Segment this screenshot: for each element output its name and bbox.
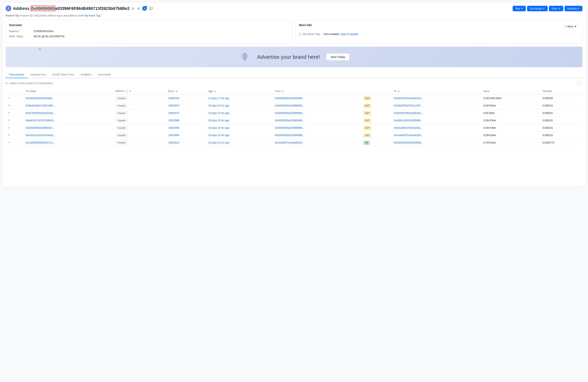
eye-icon[interactable]: 👁 [8, 126, 10, 129]
row-hash-cell: 0xc1690690369b332711... [23, 139, 113, 146]
row-age-cell: 17 days 17 hrs ago [206, 95, 273, 102]
block-link[interactable]: 15824015 [168, 112, 179, 115]
txn-hash-link[interactable]: 0xf205e55bfa5af8566d7... [25, 126, 54, 129]
row-age-cell: 19 days 22 hrs ago [206, 109, 273, 117]
address-label: Address 0x00000000a03396F6F864B496713f26… [13, 6, 129, 11]
txn-hash-link[interactable]: 0xbc5011ac2d31824adf1... [25, 134, 55, 137]
to-address-link[interactable]: 0xd0250353fc8ac86cb41... [394, 112, 423, 115]
row-direction-cell: IN [362, 139, 392, 146]
row-from-cell: 0x00000000a03396f6f86... [273, 109, 361, 117]
heart-icon: ♥ [566, 25, 567, 28]
row-value-cell: 0.05 Ether [481, 109, 541, 117]
from-address-link[interactable]: 0x00000000a03396f6f86... [275, 112, 304, 115]
from-address-link[interactable]: 0x00000000a03396f6f86... [275, 134, 304, 137]
col-eye [5, 88, 23, 95]
b-badge[interactable]: b 1 [142, 6, 147, 11]
row-eye-cell: 👁 [5, 102, 23, 109]
buy-button[interactable]: Buy ▼ [513, 6, 526, 11]
tab-erc20-token-txns[interactable]: Erc20 Token Txns [49, 71, 77, 78]
block-link[interactable]: 15823513 [168, 141, 179, 144]
method-filter-icon[interactable]: ▼ [129, 90, 131, 92]
row-method-cell: Transfer [113, 139, 166, 146]
row-direction-cell: OUT [362, 102, 392, 109]
start-today-button[interactable]: Start Today [326, 54, 350, 60]
row-age-cell: 19 days 23 hrs ago [206, 139, 273, 146]
row-block-cell: 15824037 [166, 102, 206, 109]
notification-dot: 1 [146, 6, 147, 7]
gaming-button[interactable]: Gaming ▼ [565, 6, 583, 11]
eye-icon[interactable]: 👁 [8, 104, 10, 107]
copy-address-button[interactable]: ⧉ [131, 6, 135, 11]
from-filter-icon[interactable]: ▼ [282, 90, 284, 93]
exchange-button[interactable]: Exchange ▼ [527, 6, 548, 11]
eye-icon[interactable]: 👁 [8, 112, 10, 115]
from-address-link[interactable]: 0x00000000a03396f6f86... [275, 126, 304, 129]
tab-internal-txns[interactable]: Internal Txns [27, 71, 49, 78]
from-address-link[interactable]: 0x00000000a03396f6f86... [275, 104, 304, 107]
from-address-link[interactable]: 0x00000000a03396f6f86... [275, 119, 304, 122]
eye-icon[interactable]: 👁 [8, 134, 10, 137]
to-address-link[interactable]: 0x26fa39780475f11cf57... [394, 104, 422, 107]
row-method-cell: Transfer [113, 95, 166, 102]
help-circle-icon: ? [299, 33, 302, 36]
block-link[interactable]: 15824037 [168, 104, 179, 107]
to-filter-icon[interactable]: ▼ [398, 90, 400, 93]
from-address-link[interactable]: 0xcede6507eca6ad0264... [275, 141, 304, 144]
my-name-tag-link[interactable]: My Name Tag ! [85, 14, 101, 17]
eye-icon[interactable]: 👁 [8, 97, 10, 100]
row-from-cell: 0xcede6507eca6ad0264... [273, 139, 361, 146]
block-link[interactable]: 15823989 [168, 119, 179, 122]
age-filter-icon[interactable]: ▼ [214, 90, 216, 93]
row-block-cell: 15839782 [166, 95, 206, 102]
table-header-row: Txn Hash Method i ▼ Block ▼ Age ▼ From [5, 88, 583, 95]
txn-hash-link[interactable]: 0xf9ede406d7c305143fb... [25, 104, 55, 107]
txn-hash-link[interactable]: 0x3278c92febf3ea024da... [25, 112, 55, 115]
block-link[interactable]: 15839782 [168, 97, 179, 100]
block-link[interactable]: 15823984 [168, 134, 179, 137]
tab-comments[interactable]: Comments [94, 71, 114, 78]
tab-transactions[interactable]: Transactions [5, 71, 27, 78]
eye-icon[interactable]: 👁 [8, 119, 10, 122]
svg-point-2 [549, 51, 556, 57]
to-address-link[interactable]: 0xd0250353fc8ac86cb41... [394, 97, 423, 100]
more-dropdown-button[interactable]: ♥ More ▼ [563, 24, 579, 29]
eth-logo-icon: Ξ [5, 5, 11, 11]
chat-icon-button[interactable]: 💬 [148, 6, 154, 11]
to-address-link[interactable]: 0x00000000a03396f6f86... [394, 141, 423, 144]
row-age-cell: 19 days 22 hrs ago [206, 132, 273, 139]
ad-logo [239, 51, 251, 63]
col-method: Method i ▼ [113, 88, 166, 95]
row-method-cell: Transfer [113, 117, 166, 124]
row-value-cell: 0.294 Ether [481, 117, 541, 124]
to-address-link[interactable]: 0xcede6507eca6ad0264... [394, 134, 423, 137]
col-direction [362, 88, 392, 95]
row-direction-cell: OUT [362, 117, 392, 124]
from-address-link[interactable]: 0x00000000a03396f6f86... [275, 97, 304, 100]
row-fee-cell: 0.000231 [541, 124, 583, 132]
row-from-cell: 0x00000000a03396f6f86... [273, 117, 361, 124]
txn-hash-link[interactable]: 0x6e63c073c5247dff6cf6... [25, 119, 55, 122]
login-to-update-link[interactable]: login to update [341, 33, 358, 36]
ad-banner: Ad Advertise your brand here! Start Toda… [5, 47, 583, 67]
direction-out-badge: OUT [364, 104, 371, 108]
table-row: 👁 0x3278c92febf3ea024da... Transfer 1582… [5, 109, 583, 117]
row-to-cell: 0xe590ca2665530ff98f8... [392, 117, 481, 124]
block-link[interactable]: 15823985 [168, 126, 179, 129]
tab-analytics[interactable]: Analytics [77, 71, 94, 78]
direction-out-badge: OUT [364, 134, 371, 137]
row-age-cell: 19 days 22 hrs ago [206, 102, 273, 109]
txn-hash-link[interactable]: 0x0cdb5ab26d02fc8fe8f... [25, 97, 54, 100]
row-block-cell: 15823984 [166, 132, 206, 139]
earn-button[interactable]: Earn ▼ [549, 6, 563, 11]
row-fee-cell: 0.000231 [541, 117, 583, 124]
block-filter-icon[interactable]: ▼ [176, 90, 178, 93]
row-block-cell: 15823985 [166, 124, 206, 132]
row-direction-cell: OUT [362, 124, 392, 132]
to-address-link[interactable]: 0x6dca95fc3790e0a39a... [394, 126, 422, 129]
to-address-link[interactable]: 0xe590ca2665530ff98f8... [394, 119, 422, 122]
row-to-cell: 0x26fa39780475f11cf57... [392, 102, 481, 109]
eye-icon[interactable]: 👁 [8, 141, 10, 144]
grid-view-button[interactable]: ⊞ [136, 6, 141, 11]
more-options-button[interactable]: ⋮ [577, 81, 583, 86]
txn-hash-link[interactable]: 0xc1690690369b332711... [25, 141, 55, 144]
